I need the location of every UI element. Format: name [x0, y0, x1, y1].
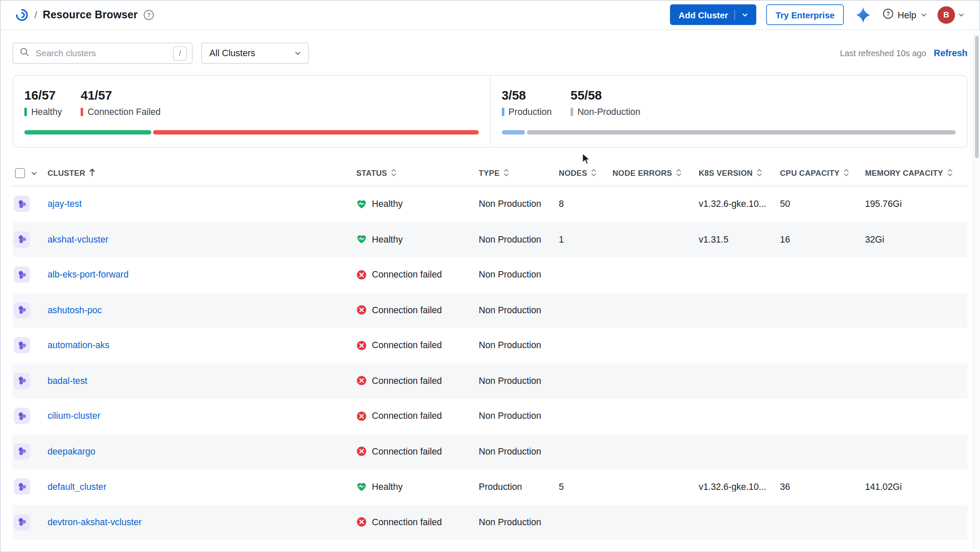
help-menu[interactable]: ? Help	[883, 8, 928, 21]
cluster-icon-cell	[12, 443, 47, 459]
search-box[interactable]: /	[12, 43, 192, 64]
status-indicator	[356, 199, 367, 209]
status-indicator	[356, 481, 367, 492]
ai-sparkle-icon[interactable]	[854, 5, 872, 24]
k8s-version-cell: v1.31.5	[699, 235, 780, 245]
cluster-icon	[14, 514, 30, 530]
user-menu[interactable]: B	[937, 6, 965, 23]
table-row[interactable]: alb-eks-port-forward Connection failed N…	[12, 257, 967, 292]
nodes-cell: 5	[559, 482, 612, 492]
cluster-name-link[interactable]: devtron-akshat-vcluster	[48, 517, 142, 527]
sort-ascending-icon	[89, 168, 96, 178]
k8s-version-cell: v1.32.6-gke.10...	[699, 482, 780, 492]
status-cell: Connection failed	[356, 340, 479, 351]
cluster-icon	[14, 408, 30, 424]
status-cell: Connection failed	[356, 269, 479, 280]
scrollbar[interactable]	[973, 31, 980, 552]
avatar: B	[937, 6, 955, 23]
status-text: Connection failed	[372, 340, 442, 351]
cpu-capacity-cell: 36	[780, 482, 865, 492]
status-text: Healthy	[372, 199, 402, 209]
cluster-name-cell: alb-eks-port-forward	[48, 270, 356, 280]
header-actions: Add Cluster Try Enterprise ? Help	[670, 4, 965, 25]
resource-browser-app: / Resource Browser ? Add Cluster Try Ent…	[0, 0, 980, 552]
add-cluster-button[interactable]: Add Cluster	[670, 4, 756, 25]
cpu-capacity-cell: 16	[780, 235, 865, 245]
cluster-icon-cell	[12, 231, 47, 247]
non-production-marker	[570, 108, 573, 117]
column-header-cpu-capacity[interactable]: CPU CAPACITY	[780, 168, 865, 179]
cluster-icon-cell	[12, 302, 47, 318]
table-row[interactable]: badal-test Connection failed Non Product…	[12, 363, 967, 398]
cluster-name-link[interactable]: akshat-vcluster	[48, 235, 108, 245]
type-cell: Non Production	[479, 305, 559, 315]
status-indicator	[356, 269, 367, 280]
cluster-name-link[interactable]: cilium-cluster	[48, 411, 100, 421]
cluster-icon	[14, 231, 30, 247]
cluster-name-link[interactable]: ashutosh-poc	[48, 305, 102, 315]
type-cell: Non Production	[479, 270, 559, 280]
table-row[interactable]: devtron-akshat-vcluster Connection faile…	[12, 504, 967, 540]
cluster-name-link[interactable]: alb-eks-port-forward	[48, 270, 129, 280]
table-row[interactable]: ashutosh-poc Connection failed Non Produ…	[12, 292, 967, 328]
table-row[interactable]: automation-aks Connection failed Non Pro…	[12, 328, 967, 363]
chevron-down-icon	[741, 11, 749, 19]
column-header-status[interactable]: STATUS	[356, 168, 479, 179]
table-row[interactable]: ajay-test Healthy Non Production 8 v1.32…	[12, 186, 967, 222]
table-body: ajay-test Healthy Non Production 8 v1.32…	[12, 186, 967, 540]
cluster-name-link[interactable]: ajay-test	[48, 199, 82, 209]
type-cell: Non Production	[479, 411, 559, 421]
devtron-logo-icon[interactable]	[15, 8, 28, 21]
cluster-name-link[interactable]: deepakargo	[48, 446, 96, 457]
sort-icon	[591, 168, 597, 179]
table-header: CLUSTER STATUS TYPE NODES	[12, 161, 967, 186]
progress-bar-segment	[501, 130, 525, 134]
status-cell: Healthy	[356, 199, 479, 209]
page-title: Resource Browser	[43, 9, 138, 21]
cluster-filter-select[interactable]: All Clusters	[201, 43, 309, 64]
sort-icon	[756, 168, 763, 179]
column-header-memory-capacity[interactable]: MEMORY CAPACITY	[865, 168, 968, 179]
table-row[interactable]: akshat-vcluster Healthy Non Production 1…	[12, 222, 967, 257]
status-text: Healthy	[372, 235, 402, 245]
status-text: Connection failed	[372, 446, 442, 457]
page-help-icon[interactable]: ?	[143, 9, 154, 20]
column-header-type[interactable]: TYPE	[479, 168, 559, 179]
cluster-name-cell: deepakargo	[48, 446, 356, 457]
search-input[interactable]	[34, 48, 168, 59]
non-production-stat: 55/58 Non-Production	[570, 88, 640, 117]
bulk-menu-chevron-icon[interactable]	[30, 169, 38, 177]
cluster-name-cell: cilium-cluster	[48, 411, 356, 421]
sort-icon	[391, 168, 397, 179]
table-row[interactable]: cilium-cluster Connection failed Non Pro…	[12, 398, 967, 434]
column-header-k8s-version[interactable]: K8S VERSION	[699, 168, 780, 179]
cluster-icon	[14, 478, 30, 495]
status-cell: Connection failed	[356, 375, 479, 386]
select-all-checkbox[interactable]	[15, 168, 25, 178]
healthy-heart-icon	[356, 199, 367, 209]
column-header-nodes[interactable]: NODES	[559, 168, 612, 179]
healthy-heart-icon	[356, 481, 367, 492]
cluster-name-link[interactable]: badal-test	[48, 376, 88, 386]
healthy-marker	[24, 108, 27, 117]
column-header-node-errors[interactable]: NODE ERRORS	[612, 168, 699, 179]
last-refreshed-text: Last refreshed 10s ago	[840, 49, 926, 58]
status-text: Connection failed	[372, 517, 442, 527]
non-production-count: 55/58	[570, 88, 640, 103]
column-header-cluster[interactable]: CLUSTER	[48, 168, 356, 178]
table-row[interactable]: default_cluster Healthy Production 5 v1.…	[12, 469, 967, 504]
type-cell: Non Production	[479, 340, 559, 351]
breadcrumb: / Resource Browser ?	[15, 8, 154, 21]
scrollbar-thumb[interactable]	[975, 36, 979, 158]
type-cell: Non Production	[479, 235, 559, 245]
refresh-button[interactable]: Refresh	[934, 48, 967, 58]
status-text: Connection failed	[372, 270, 442, 280]
table-row[interactable]: deepakargo Connection failed Non Product…	[12, 434, 967, 469]
type-cell: Non Production	[479, 376, 559, 386]
type-cell: Non Production	[479, 446, 559, 457]
cluster-name-cell: default_cluster	[48, 482, 356, 492]
connection-failed-icon	[356, 411, 367, 421]
cluster-name-link[interactable]: automation-aks	[48, 340, 110, 351]
try-enterprise-button[interactable]: Try Enterprise	[766, 4, 844, 25]
cluster-name-link[interactable]: default_cluster	[48, 482, 107, 492]
